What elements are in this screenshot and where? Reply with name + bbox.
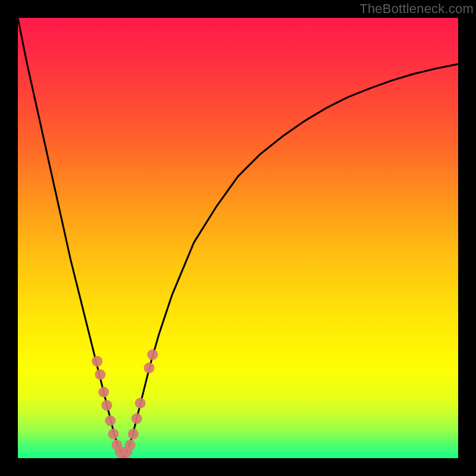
highlight-points	[92, 349, 158, 458]
highlight-point	[135, 398, 146, 409]
highlight-point	[147, 349, 158, 360]
highlight-point	[105, 415, 115, 426]
bottleneck-curve-path	[18, 18, 458, 458]
highlight-point	[125, 440, 136, 450]
highlight-point	[98, 387, 109, 397]
highlight-point	[144, 362, 155, 373]
highlight-point	[101, 400, 112, 411]
watermark-text: TheBottleneck.com	[359, 1, 474, 17]
highlight-point	[108, 428, 119, 439]
highlight-point	[128, 428, 139, 439]
highlight-point	[92, 356, 102, 367]
bottleneck-curve	[18, 18, 458, 458]
highlight-point	[95, 369, 105, 380]
curve-layer	[18, 18, 458, 458]
chart-frame: TheBottleneck.com	[0, 0, 476, 476]
plot-area	[18, 18, 458, 458]
highlight-point	[131, 413, 142, 424]
